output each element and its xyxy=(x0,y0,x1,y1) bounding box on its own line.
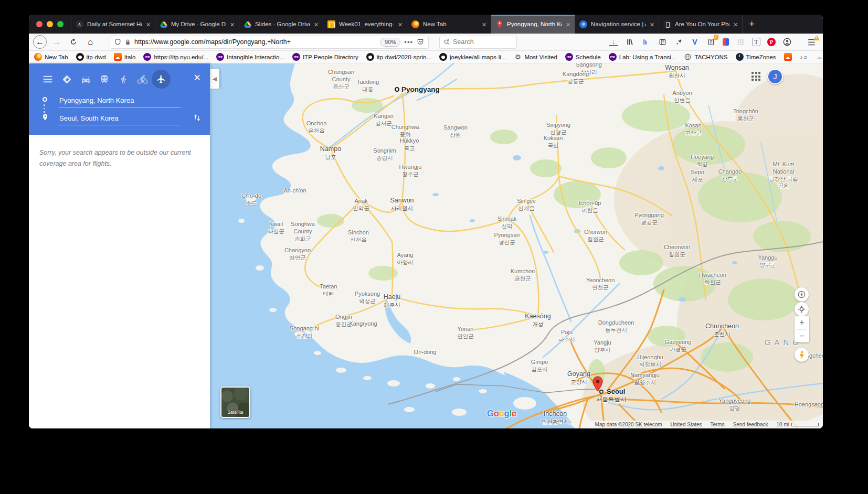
tab-slides-google-drive[interactable]: Slides - Google Drive× xyxy=(239,15,323,34)
send-feedback-link[interactable]: Send feedback xyxy=(733,422,768,427)
destination-value[interactable]: Seoul, South Korea xyxy=(59,114,119,122)
pegman-button[interactable] xyxy=(795,348,809,362)
columns-extension-icon[interactable] xyxy=(723,38,729,46)
best-route-mode-button[interactable] xyxy=(57,70,76,89)
collapse-panel-button[interactable]: ◀ xyxy=(210,69,219,89)
tab-new-tab[interactable]: New Tab× xyxy=(407,15,491,34)
origin-field[interactable]: Pyongyang, North Korea xyxy=(59,94,181,108)
walking-mode-button[interactable] xyxy=(114,70,133,89)
bookmark-timezones[interactable]: TimeZones xyxy=(736,53,776,61)
tab-close-icon[interactable]: × xyxy=(398,20,403,28)
terms-link[interactable]: Terms xyxy=(711,422,725,427)
account-icon[interactable] xyxy=(782,37,792,47)
map-data-credit: Map data ©2020 SK telecom xyxy=(595,422,662,427)
notes-extension-icon[interactable]: 1 xyxy=(706,37,716,47)
bookmark-tachyons[interactable]: TACHYONS xyxy=(684,53,727,61)
cycling-mode-button[interactable] xyxy=(133,70,152,89)
minimize-window-button[interactable] xyxy=(47,21,53,27)
close-window-button[interactable] xyxy=(36,21,43,27)
bookmark-cloud[interactable]: ☁ xyxy=(816,53,823,61)
bookmark-soundcloud[interactable]: ☁ xyxy=(784,53,792,61)
tab-close-icon[interactable]: × xyxy=(314,20,319,28)
typography-extension-icon[interactable]: T xyxy=(752,38,760,46)
bookmark-itp-dwd[interactable]: itp-dwd xyxy=(76,53,106,61)
tab-close-icon[interactable]: × xyxy=(650,20,654,28)
zoom-out-button[interactable]: − xyxy=(795,330,809,343)
tab-daily-at-somerset-ho[interactable]: ∧Daily at Somerset Ho× xyxy=(71,15,155,34)
v-extension-icon[interactable]: V xyxy=(690,37,700,47)
menu-button[interactable] xyxy=(806,37,817,47)
new-tab-button[interactable]: + xyxy=(743,15,761,34)
bookmark-itp-people-directory[interactable]: ITPITP People Directory xyxy=(292,53,358,61)
maximize-window-button[interactable] xyxy=(57,21,63,27)
tab-my-drive-google-dr[interactable]: My Drive - Google Dr× xyxy=(155,15,239,34)
page-actions-button[interactable]: ••• xyxy=(404,38,413,46)
back-button[interactable]: ← xyxy=(33,35,47,49)
bookmark-label: ITP People Directory xyxy=(303,54,358,60)
eyedropper-icon[interactable] xyxy=(674,37,683,47)
reload-button[interactable] xyxy=(67,35,80,49)
compass-button[interactable] xyxy=(795,287,809,302)
library-icon[interactable] xyxy=(625,37,634,47)
search-icon xyxy=(443,39,450,46)
search-bar[interactable]: Search xyxy=(439,36,517,49)
bookmark-notes[interactable]: ♪♫ xyxy=(800,53,808,61)
tab-close-icon[interactable]: × xyxy=(230,20,235,28)
bookmark-https-itp-nyu-edu-[interactable]: ITPhttps://itp.nyu.edu/... xyxy=(143,53,208,61)
account-avatar[interactable]: J xyxy=(767,69,783,84)
close-directions-button[interactable]: × xyxy=(194,72,200,83)
coverage-message: Sorry, your search appears to be outside… xyxy=(39,147,199,169)
pinterest-icon[interactable]: P xyxy=(767,38,776,46)
tab-navigation-service-a[interactable]: Navigation service | A× xyxy=(575,15,659,34)
bookmark-intangible-interacti[interactable]: ITPIntangible Interactio... xyxy=(216,53,284,61)
tab-close-icon[interactable]: × xyxy=(482,20,486,28)
bookmark-lab-using-a-transi-[interactable]: ITPLab: Using a Transi... xyxy=(609,53,676,61)
pegman-icon xyxy=(799,351,805,359)
menu-icon[interactable] xyxy=(38,70,57,89)
google-apps-grid-icon[interactable] xyxy=(751,72,761,81)
forward-button[interactable]: → xyxy=(50,35,63,49)
flight-mode-button[interactable] xyxy=(152,70,171,89)
extensions-row: ↓ V 1 T P xyxy=(609,37,819,47)
driving-mode-button[interactable] xyxy=(76,70,95,89)
tab-close-icon[interactable]: × xyxy=(566,20,570,28)
zoom-level-badge[interactable]: 90% xyxy=(380,38,400,47)
map-canvas[interactable]: Chungsan County증산군Taedong대동Sangsong상성리Ka… xyxy=(210,63,823,428)
directions-results: Sorry, your search appears to be outside… xyxy=(29,135,210,428)
pocket-icon[interactable] xyxy=(417,38,424,46)
map-scale: 10 mi xyxy=(777,422,819,427)
zoom-controls: + − xyxy=(795,316,809,342)
notes-badge: 1 xyxy=(714,35,718,40)
downloads-button[interactable]: ↓ xyxy=(609,38,618,46)
transit-mode-button[interactable] xyxy=(95,70,114,89)
satellite-layer-toggle[interactable]: Satellite xyxy=(220,386,250,418)
tab-close-icon[interactable]: × xyxy=(146,20,151,28)
bookmark-schedule[interactable]: ITPSchedule xyxy=(565,53,601,61)
tab-pyongyang-north-ko[interactable]: Pyongyang, North Ko× xyxy=(491,15,575,34)
tracking-shield-icon[interactable] xyxy=(114,38,121,46)
url-bar[interactable]: https://www.google.com/maps/dir/Pyongyan… xyxy=(110,36,429,49)
url-text[interactable]: https://www.google.com/maps/dir/Pyongyan… xyxy=(134,38,376,46)
reader-sidebar-icon[interactable] xyxy=(658,37,667,47)
tab-title: Navigation service | A xyxy=(591,21,646,27)
tab-close-icon[interactable]: × xyxy=(733,20,738,28)
tab-week01-everything-i[interactable]: Week01_everything-i× xyxy=(323,15,407,34)
swap-locations-button[interactable] xyxy=(193,113,202,124)
bookmark-most-visited[interactable]: ⚙Most Visited xyxy=(514,53,557,61)
bookmark-new-tab[interactable]: New Tab xyxy=(34,53,68,61)
bookmark-joeyklee-all-maps-li[interactable]: joeyklee/all-maps-li... xyxy=(439,53,506,61)
bookmark-itp-dwd-2020-sprin-[interactable]: itp-dwd/2020-sprin... xyxy=(366,53,431,61)
compass-icon xyxy=(798,291,806,298)
bookmark-label: Schedule xyxy=(576,54,601,60)
destination-field[interactable]: Seoul, South Korea xyxy=(59,112,181,125)
home-button[interactable]: ⌂ xyxy=(83,35,97,49)
bookmark-italo[interactable]: ☁Italo xyxy=(114,53,136,61)
region-credit: United States xyxy=(671,422,702,427)
zoom-in-button[interactable]: + xyxy=(795,316,809,329)
grid-extension-icon[interactable] xyxy=(736,37,745,47)
tab-are-you-on-your-pho[interactable]: Are You On Your Pho× xyxy=(659,15,743,34)
search-placeholder: Search xyxy=(453,38,474,46)
origin-value[interactable]: Pyongyang, North Korea xyxy=(59,96,134,104)
sidebar-toggle-icon[interactable] xyxy=(641,37,651,47)
my-location-button[interactable] xyxy=(795,302,809,316)
